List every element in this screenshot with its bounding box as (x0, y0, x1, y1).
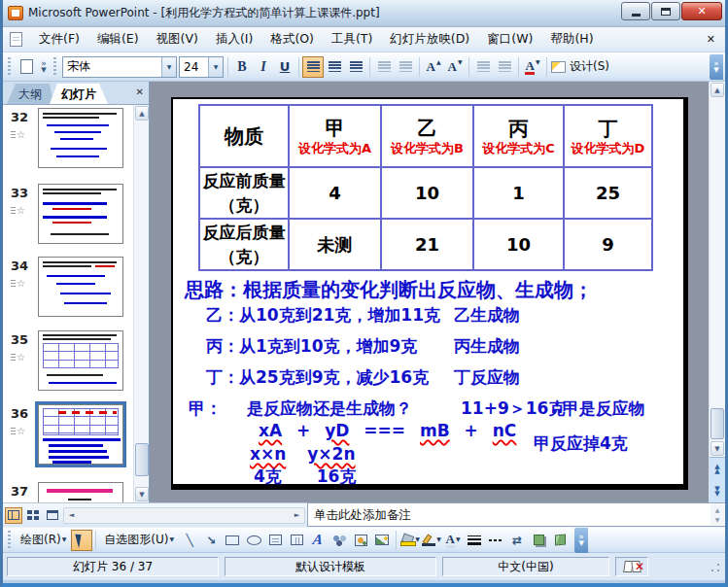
notes-scrollbar[interactable]: ▲▼ (711, 504, 724, 525)
close-button[interactable]: ✕ (681, 2, 722, 20)
scrollbar-thumb[interactable] (711, 408, 724, 439)
menu-tools[interactable]: 工具(T) (323, 27, 381, 52)
fill-color-button[interactable]: ▼ (399, 530, 421, 551)
font-color-button-draw[interactable]: A▼ (442, 530, 464, 551)
powerpoint-app-icon[interactable] (8, 6, 23, 20)
decrease-indent-button[interactable] (472, 56, 494, 78)
close-presentation-icon[interactable]: ✕ (707, 33, 715, 46)
scroll-down-button[interactable]: ▼ (135, 487, 149, 501)
menu-format[interactable]: 格式(O) (261, 27, 323, 52)
slide-sorter-view-button[interactable] (24, 507, 42, 524)
maximize-button[interactable] (651, 2, 680, 20)
arrow-style-button[interactable]: ⇄ (506, 530, 528, 551)
normal-view-button[interactable] (5, 507, 22, 524)
menu-file[interactable]: 文件(F) (30, 27, 88, 52)
slide-thumbnail-image[interactable] (38, 404, 123, 465)
slide-thumbnail-image[interactable] (38, 108, 123, 168)
tab-outline[interactable]: 大纲 (7, 84, 53, 104)
align-center-button[interactable] (324, 56, 345, 78)
vertical-text-box-button[interactable] (286, 530, 307, 551)
animation-indicator-icon[interactable]: ☆ (11, 129, 25, 140)
menu-edit[interactable]: 编辑(E) (88, 27, 148, 52)
toolbar-grip[interactable] (53, 57, 58, 77)
menu-help[interactable]: 帮助(H) (541, 27, 602, 52)
arrow-tool-button[interactable]: ↘ (200, 530, 222, 551)
font-color-button[interactable]: A▼ (522, 56, 543, 78)
new-document-button[interactable] (16, 56, 37, 78)
animation-indicator-icon[interactable]: ☆ (11, 205, 25, 216)
numbering-button[interactable] (373, 56, 395, 78)
notes-pane[interactable]: 单击此处添加备注 ▲▼ (307, 502, 725, 527)
increase-font-size-button[interactable]: A▲ (423, 56, 444, 78)
spelling-status-button[interactable]: ✕ (615, 557, 648, 576)
increase-indent-button[interactable] (494, 56, 515, 78)
close-pane-icon[interactable]: ✕ (136, 86, 144, 97)
previous-slide-button[interactable]: ▲▲ (710, 458, 725, 480)
slide-thumbnail-32[interactable]: 32 ☆ (9, 108, 133, 172)
jia-label[interactable]: 甲： (189, 397, 222, 420)
scroll-up-button[interactable]: ▲ (135, 106, 149, 121)
align-left-button[interactable] (302, 56, 324, 78)
scroll-right-button[interactable]: ► (290, 508, 304, 523)
analysis-line-bing[interactable]: 丙：从1克到10克，增加9克 丙生成物 (206, 335, 674, 358)
bullets-button[interactable] (395, 56, 416, 78)
horizontal-scrollbar[interactable]: ◄ ► (63, 507, 305, 524)
tab-slides[interactable]: 幻灯片 (50, 84, 108, 104)
menu-insert[interactable]: 插入(I) (207, 27, 261, 52)
scrollbar-track[interactable] (79, 508, 290, 523)
underline-button[interactable]: U (274, 56, 295, 78)
font-name-select[interactable]: 宋体 ▼ (62, 56, 177, 78)
design-button[interactable]: 设计(S) (550, 56, 610, 78)
wordart-button[interactable]: A (307, 530, 329, 551)
slide-thumbnail-image[interactable] (38, 482, 123, 502)
toolbar-options-button[interactable]: »▼ (710, 54, 723, 80)
slide-thumbnail-image[interactable] (38, 184, 123, 244)
select-objects-button[interactable] (71, 530, 92, 551)
slide-thumbnail-image[interactable] (38, 257, 123, 317)
clip-art-button[interactable] (350, 530, 371, 551)
insert-picture-button[interactable] (371, 530, 393, 551)
reaction-equation[interactable]: xA + yD === mB + nC (259, 421, 525, 440)
decrease-font-size-button[interactable]: A▼ (444, 56, 466, 78)
3d-style-button[interactable] (549, 530, 571, 551)
menu-view[interactable]: 视图(V) (148, 27, 207, 52)
design-template-status[interactable]: 默认设计模板 (225, 557, 436, 576)
next-slide-button[interactable]: ▼▼ (710, 480, 725, 502)
language-status[interactable]: 中文(中国) (442, 557, 609, 576)
bold-button[interactable]: B (231, 56, 253, 78)
diagram-button[interactable] (329, 530, 350, 551)
slide-thumbnail-37[interactable]: 37 ☆ (9, 482, 133, 502)
animation-indicator-icon[interactable]: ☆ (11, 426, 25, 436)
scrollbar-thumb[interactable] (135, 443, 149, 476)
font-name-dropdown-icon[interactable]: ▼ (161, 57, 176, 77)
analysis-intro[interactable]: 思路：根据质量的变化判断出反应物、生成物； (185, 277, 593, 303)
resize-grip[interactable] (708, 560, 721, 573)
font-size-dropdown-icon[interactable]: ▼ (208, 57, 223, 77)
toolbar-grip[interactable] (8, 531, 13, 550)
line-color-button[interactable]: ▼ (421, 530, 442, 551)
toolbar-overflow-button[interactable]: »▼ (37, 55, 51, 79)
menu-window[interactable]: 窗口(W) (478, 27, 541, 52)
scroll-up-button[interactable]: ▲ (711, 83, 724, 97)
slide-editing-area[interactable]: 物质 甲设化学式为A 乙设化学式为B 丙设化学式为C 丁设化学式为D 反应前质量… (150, 82, 725, 502)
italic-button[interactable]: I (253, 56, 274, 78)
animation-indicator-icon[interactable]: ☆ (11, 278, 25, 289)
menu-slideshow[interactable]: 幻灯片放映(D) (381, 27, 478, 52)
sidebar-scrollbar[interactable]: ▲ ▼ (133, 105, 149, 502)
slideshow-view-button[interactable] (44, 507, 61, 524)
document-icon[interactable] (10, 32, 22, 47)
scroll-down-button[interactable]: ▼ (711, 441, 724, 456)
autoshapes-menu-button[interactable]: 自选图形(U)▼ (99, 530, 179, 551)
mass-data-table[interactable]: 物质 甲设化学式为A 乙设化学式为B 丙设化学式为C 丁设化学式为D 反应前质量… (198, 104, 653, 271)
slide-scrollbar[interactable]: ▲ ▼ ▲▲ ▼▼ (709, 82, 725, 502)
analysis-line-ding[interactable]: 丁：从25克到9克，减少16克 丁反应物 (206, 366, 674, 389)
toolbar-grip[interactable] (8, 57, 13, 77)
notes-placeholder[interactable]: 单击此处添加备注 (314, 507, 411, 522)
text-box-button[interactable] (264, 530, 286, 551)
scroll-left-button[interactable]: ◄ (64, 508, 79, 523)
slide-thumbnail-35[interactable]: 35 ☆ (9, 330, 133, 395)
minimize-button[interactable] (621, 2, 650, 20)
slide-canvas[interactable]: 物质 甲设化学式为A 乙设化学式为B 丙设化学式为C 丁设化学式为D 反应前质量… (171, 97, 688, 490)
slide-thumbnail-34[interactable]: 34 ☆ (9, 257, 133, 321)
slide-thumbnail-33[interactable]: 33 ☆ (9, 184, 133, 248)
